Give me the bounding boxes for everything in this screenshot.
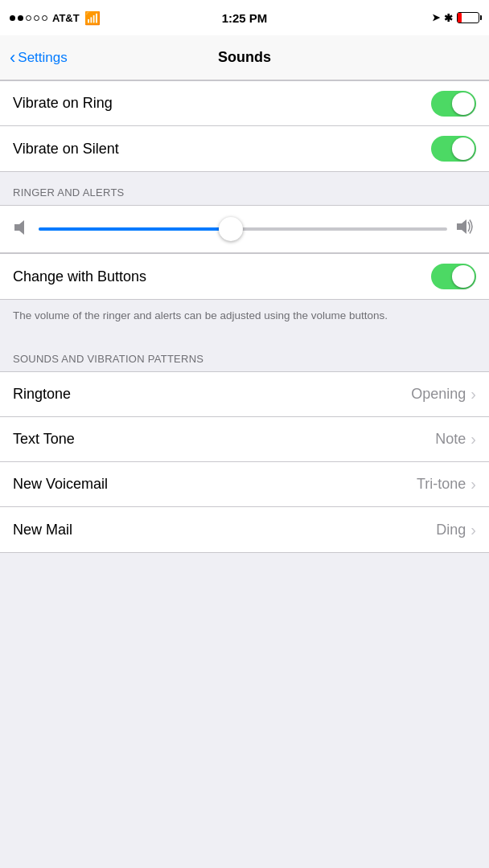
ringtone-row[interactable]: Ringtone Opening › (0, 372, 489, 417)
battery-icon (457, 12, 479, 23)
new-voicemail-value: Tri-tone (417, 476, 466, 493)
info-text-content: The volume of the ringer and alerts can … (13, 309, 388, 321)
vibrate-on-ring-toggle[interactable] (431, 91, 476, 117)
slider-fill (39, 227, 231, 231)
speaker-high-icon (455, 218, 476, 240)
ringtone-right: Opening › (411, 385, 476, 403)
change-with-buttons-toggle[interactable] (431, 264, 476, 289)
change-with-buttons-label: Change with Buttons (13, 268, 146, 285)
page-title: Sounds (218, 49, 271, 66)
chevron-right-icon-4: › (471, 521, 476, 539)
speaker-low-icon (13, 219, 31, 240)
new-voicemail-row[interactable]: New Voicemail Tri-tone › (0, 462, 489, 507)
vibrate-on-silent-label: Vibrate on Silent (13, 141, 119, 158)
change-with-buttons-section: Change with Buttons (0, 253, 489, 300)
svg-marker-1 (457, 219, 466, 234)
back-label: Settings (18, 50, 67, 66)
dot-3 (26, 15, 31, 21)
status-bar: AT&T 📶 1:25 PM ➤ ✱ (0, 0, 489, 35)
sounds-list: Ringtone Opening › Text Tone Note › New … (0, 371, 489, 553)
vibrate-section: Vibrate on Ring Vibrate on Silent (0, 80, 489, 172)
dot-4 (34, 15, 39, 21)
chevron-right-icon-3: › (471, 475, 476, 493)
slider-thumb[interactable] (219, 217, 243, 241)
new-mail-right: Ding › (436, 521, 476, 539)
svg-marker-0 (14, 220, 24, 235)
location-icon: ➤ (432, 12, 440, 23)
toggle-thumb (452, 92, 475, 115)
status-left: AT&T 📶 (10, 10, 106, 26)
signal-dots (10, 15, 47, 21)
battery-fill (458, 13, 462, 23)
dot-1 (10, 15, 15, 21)
chevron-right-icon: › (471, 385, 476, 403)
toggle-thumb-3 (452, 265, 475, 288)
toggle-thumb-2 (452, 137, 475, 160)
change-with-buttons-row: Change with Buttons (0, 254, 489, 299)
dot-2 (18, 15, 23, 21)
text-tone-right: Note › (435, 430, 476, 448)
volume-slider[interactable] (39, 217, 447, 241)
wifi-icon: 📶 (84, 10, 101, 26)
back-chevron-icon: ‹ (10, 47, 15, 68)
new-mail-row[interactable]: New Mail Ding › (0, 507, 489, 552)
info-text: The volume of the ringer and alerts can … (0, 300, 489, 338)
new-mail-label: New Mail (13, 522, 72, 538)
chevron-right-icon-2: › (471, 430, 476, 448)
ringtone-value: Opening (411, 386, 466, 403)
new-voicemail-right: Tri-tone › (417, 475, 476, 493)
vibrate-on-silent-toggle[interactable] (431, 136, 476, 162)
nav-bar: ‹ Settings Sounds (0, 35, 489, 80)
text-tone-row[interactable]: Text Tone Note › (0, 417, 489, 462)
vibrate-on-silent-row: Vibrate on Silent (0, 126, 489, 171)
vibrate-on-ring-row: Vibrate on Ring (0, 81, 489, 126)
bluetooth-icon: ✱ (444, 12, 453, 24)
volume-slider-row (0, 205, 489, 253)
vibrate-on-ring-label: Vibrate on Ring (13, 95, 113, 112)
status-time: 1:25 PM (222, 11, 268, 25)
ringtone-label: Ringtone (13, 386, 71, 403)
status-right: ➤ ✱ (383, 12, 479, 24)
text-tone-value: Note (435, 431, 466, 448)
text-tone-label: Text Tone (13, 431, 75, 448)
new-voicemail-label: New Voicemail (13, 476, 108, 493)
ringer-section-header: RINGER AND ALERTS (0, 172, 489, 205)
new-mail-value: Ding (436, 522, 466, 538)
back-button[interactable]: ‹ Settings (10, 47, 68, 68)
dot-5 (42, 15, 47, 21)
carrier-label: AT&T (52, 12, 80, 24)
sounds-section-header: SOUNDS AND VIBRATION PATTERNS (0, 338, 489, 371)
